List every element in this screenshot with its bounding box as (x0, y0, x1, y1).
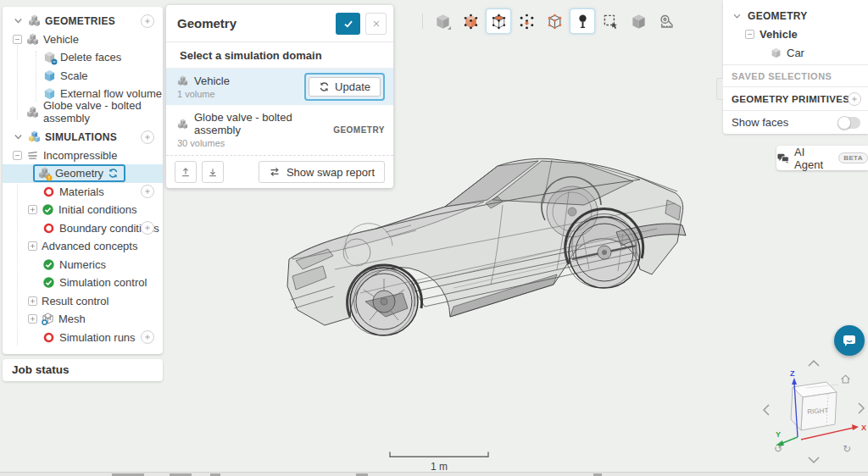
flow-volume-icon (43, 87, 56, 100)
select-vertices-button[interactable] (514, 8, 539, 34)
tree-header-geometries[interactable]: GEOMETRIES (3, 12, 163, 30)
tree-item-simulation-control[interactable]: Simulation control (3, 274, 163, 292)
apply-button[interactable] (336, 13, 360, 35)
show-faces-toggle[interactable] (837, 117, 860, 129)
tree-item-label: Delete faces (60, 51, 121, 64)
refresh-icon[interactable] (108, 168, 119, 179)
select-vertices-icon (519, 14, 535, 30)
expand-expander[interactable] (28, 296, 37, 306)
box-select-button[interactable] (598, 8, 623, 34)
tree-item-materials[interactable]: Materials (3, 183, 163, 202)
tree-item-label: Geometry (55, 167, 103, 180)
collapse-expander[interactable] (13, 151, 22, 160)
minus-icon (14, 152, 20, 158)
scene-item-car[interactable]: Car (723, 44, 868, 64)
tree-item-label: Scale (60, 69, 88, 82)
hide-show-geometry-button[interactable] (626, 8, 651, 34)
incompressible-icon (26, 149, 39, 162)
rotate-down-chevron[interactable] (809, 457, 819, 462)
domain-name: Vehicle (194, 75, 230, 87)
tree-item-vehicle[interactable]: Vehicle (3, 30, 163, 49)
roll-ccw-icon[interactable]: ↺ (774, 443, 782, 455)
scene-geometry-header[interactable]: GEOMETRY (723, 0, 868, 24)
domain-row-vehicle[interactable]: Vehicle 1 volume Update (166, 69, 393, 105)
geometry-primitives-section[interactable]: GEOMETRY PRIMITIVES (723, 87, 868, 110)
minus-icon (747, 31, 753, 37)
tree-item-boundary-conditions[interactable]: Boundary conditions (3, 219, 163, 238)
support-chat-button[interactable] (834, 325, 865, 356)
measure-tool-button[interactable] (654, 8, 679, 34)
navigation-cube[interactable]: RIGHT (791, 382, 838, 430)
selection-mode-cube-button[interactable] (430, 8, 455, 34)
saved-selections-section[interactable]: SAVED SELECTIONS (723, 65, 868, 86)
roll-cw-icon[interactable]: ↻ (843, 443, 851, 455)
collapse-expander[interactable] (745, 30, 754, 39)
tree-item-geometry-selected[interactable]: Geometry (3, 164, 163, 183)
collapse-expander[interactable] (13, 35, 22, 44)
ai-agent-chat-icon (776, 152, 789, 165)
swap-arrows-icon (269, 166, 281, 178)
expand-expander[interactable] (28, 314, 37, 324)
tree-item-scale[interactable]: Scale (3, 67, 163, 86)
plus-icon (30, 207, 36, 213)
cube-face-label[interactable]: RIGHT (807, 407, 829, 416)
application-window: GEOMETRIES Vehicle Delete faces Scale Ex… (0, 0, 868, 476)
tree-header-simulations[interactable]: SIMULATIONS (3, 128, 163, 147)
select-edges-button[interactable] (542, 8, 567, 34)
tree-item-label: Mesh (58, 313, 86, 325)
home-view-icon[interactable] (842, 375, 850, 383)
ai-agent-button[interactable]: AI Agent BETA (776, 146, 868, 170)
panel-title: Geometry (177, 16, 336, 30)
scale-bar-label: 1 m (388, 461, 490, 473)
select-faces-button[interactable] (486, 8, 511, 34)
complete-status-icon (42, 258, 55, 271)
viewport-car-wireframe-model[interactable] (284, 151, 691, 350)
tree-item-initial-conditions[interactable]: Initial conditions (3, 201, 163, 219)
complete-status-icon (42, 203, 54, 216)
tree-item-numerics[interactable]: Numerics (3, 256, 163, 274)
add-simulation-button[interactable] (141, 130, 154, 144)
show-faces-label: Show faces (732, 116, 788, 129)
scene-item-vehicle[interactable]: Vehicle (723, 24, 868, 44)
update-button[interactable]: Update (309, 77, 381, 97)
expand-expander[interactable] (28, 241, 37, 251)
tree-item-result-control[interactable]: Result control (3, 292, 163, 311)
geometry-cluster-icon (26, 106, 39, 119)
rotate-up-chevron[interactable] (809, 361, 819, 366)
chevron-down-icon (13, 15, 24, 26)
probe-point-button[interactable] (570, 8, 595, 34)
x-axis-label: X (861, 423, 866, 432)
tree-item-globe-valve[interactable]: Globe valve - bolted assembly (3, 103, 163, 122)
add-primitive-button[interactable] (848, 92, 861, 106)
add-geometry-button[interactable] (141, 14, 154, 28)
incomplete-status-icon (42, 331, 55, 344)
job-status-label: Job status (12, 363, 70, 376)
delete-faces-icon (43, 51, 56, 64)
rotate-left-chevron[interactable] (764, 405, 769, 415)
panel-collapse-handle[interactable] (716, 78, 723, 100)
orientation-gizmo[interactable]: RIGHT Z Y X ↺ ↻ (757, 359, 868, 468)
close-panel-button[interactable] (365, 13, 387, 35)
download-icon (207, 166, 219, 178)
geometries-icon (28, 14, 41, 27)
tree-item-mesh[interactable]: Mesh (3, 310, 163, 329)
export-geometry-button[interactable] (175, 161, 197, 183)
tree-item-advanced-concepts[interactable]: Advanced concepts (3, 237, 163, 256)
close-icon (371, 19, 381, 29)
toolbar-separator (422, 14, 423, 29)
geometry-selection-box[interactable]: Geometry (33, 164, 125, 182)
tree-item-delete-faces[interactable]: Delete faces (3, 48, 163, 67)
add-simulation-run-button[interactable] (141, 330, 154, 344)
job-status-bar[interactable]: Job status (3, 359, 163, 381)
y-axis-label: Y (776, 430, 781, 439)
domain-row-globe-valve[interactable]: Globe valve - bolted assembly 30 volumes… (166, 105, 393, 155)
tree-item-simulation-runs[interactable]: Simulation runs (3, 329, 163, 347)
hide-geometry-icon (631, 14, 647, 30)
import-geometry-button[interactable] (202, 161, 224, 183)
geometries-header-label: GEOMETRIES (45, 15, 115, 27)
select-volumes-button[interactable] (458, 8, 483, 34)
expand-expander[interactable] (28, 205, 37, 214)
tree-item-incompressible[interactable]: Incompressible (3, 147, 163, 165)
add-material-button[interactable] (141, 185, 154, 198)
rotate-right-chevron[interactable] (859, 403, 864, 413)
